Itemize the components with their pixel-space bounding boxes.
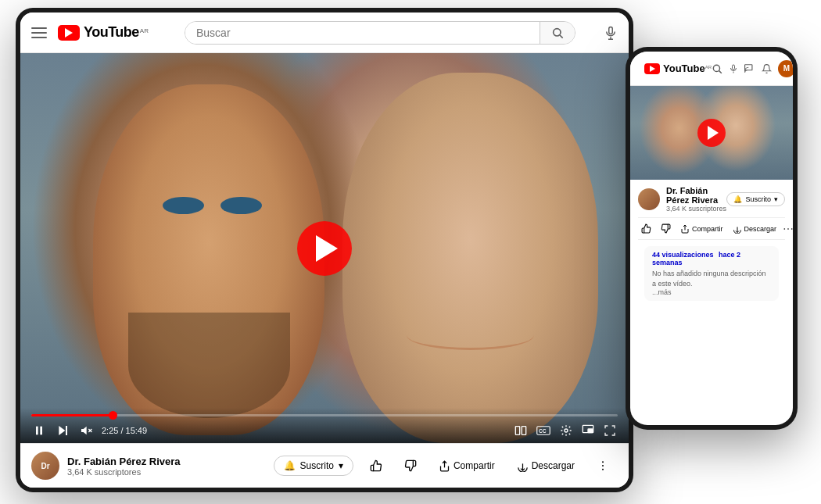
channel-bar: Dr Dr. Fabián Pérez Rivera 3,64 K suscri… — [20, 443, 629, 488]
mobile-download-button[interactable]: Descargar — [730, 222, 780, 236]
svg-point-24 — [713, 65, 719, 71]
svg-rect-6 — [40, 427, 42, 435]
mobile-chevron-icon: ▾ — [774, 195, 778, 203]
channel-avatar: Dr — [31, 452, 59, 480]
svg-rect-26 — [733, 65, 735, 70]
svg-point-23 — [602, 469, 604, 470]
youtube-logo-icon — [58, 25, 80, 41]
mobile-download-label: Descargar — [744, 225, 777, 233]
video-player[interactable]: 2:25 / 15:49 — [20, 53, 629, 443]
svg-point-16 — [565, 429, 568, 432]
share-label: Compartir — [454, 460, 495, 471]
mobile-like-button[interactable] — [638, 221, 654, 236]
mobile-play-icon — [708, 126, 719, 140]
svg-line-25 — [719, 70, 722, 73]
mobile-mic-button[interactable] — [729, 63, 738, 74]
search-button[interactable] — [540, 22, 575, 44]
search-bar — [185, 21, 575, 45]
controls-right: CC — [513, 423, 618, 438]
mobile-description: 44 visualizaciones hace 2 semanas No has… — [644, 246, 779, 301]
progress-bar[interactable] — [31, 414, 618, 416]
mobile-share-button[interactable]: Compartir — [677, 222, 726, 236]
mobile-views-text: 44 visualizaciones — [652, 251, 714, 259]
mobile-header: YouTube AR — [630, 52, 793, 86]
face-left — [93, 84, 324, 435]
mobile-bell-icon: 🔔 — [733, 195, 742, 203]
mobile-subscribe-button[interactable]: 🔔 Suscrito ▾ — [726, 192, 785, 206]
svg-marker-9 — [81, 427, 87, 435]
time-display: 2:25 / 15:49 — [102, 426, 147, 435]
mobile-share-label: Compartir — [692, 225, 723, 233]
youtube-logo: YouTube AR — [58, 24, 149, 41]
mute-button[interactable] — [78, 423, 94, 438]
mobile-channel-top: Dr. Fabián Pérez Rivera 3,64 K suscripto… — [638, 186, 785, 213]
face-right-skin — [342, 73, 598, 443]
share-button[interactable]: Compartir — [430, 456, 504, 477]
settings-button[interactable] — [558, 423, 574, 438]
svg-line-1 — [560, 35, 563, 38]
beard — [128, 313, 290, 418]
svg-rect-8 — [66, 426, 67, 435]
captions-button[interactable]: CC — [535, 424, 552, 437]
mobile-more-button[interactable]: ⋯ — [783, 223, 793, 235]
mobile-channel-info: Dr. Fabián Pérez Rivera 3,64 K suscripto… — [666, 186, 726, 213]
mobile-notifications-button[interactable] — [762, 63, 772, 74]
download-label: Descargar — [532, 460, 575, 471]
mobile-channel-subs: 3,64 K suscriptores — [666, 205, 726, 213]
svg-point-22 — [602, 465, 604, 466]
mobile-search-button[interactable] — [712, 63, 722, 74]
mobile-youtube-logo: YouTube AR — [644, 63, 712, 74]
face-right — [342, 73, 598, 443]
mobile-action-buttons: Compartir Descargar ⋯ — [638, 217, 785, 240]
mobile-play-button[interactable] — [697, 119, 726, 147]
youtube-logo-text: YouTube — [84, 24, 139, 41]
like-button[interactable] — [361, 455, 391, 477]
download-button[interactable]: Descargar — [508, 456, 583, 477]
mobile-user-avatar[interactable]: M — [778, 60, 793, 77]
more-options-button[interactable] — [588, 455, 618, 477]
search-icon — [551, 27, 564, 39]
ar-badge: AR — [140, 27, 149, 34]
svg-point-0 — [554, 28, 561, 35]
mic-button[interactable] — [604, 26, 618, 40]
channel-info: Dr. Fabián Pérez Rivera 3,64 K suscripto… — [67, 456, 266, 477]
mobile-views: 44 visualizaciones hace 2 semanas — [652, 251, 771, 266]
video-thumbnail — [20, 53, 629, 443]
svg-rect-12 — [515, 427, 519, 435]
mobile-logo-icon — [644, 63, 660, 74]
mobile-channel-bar: Dr. Fabián Pérez Rivera 3,64 K suscripto… — [630, 180, 793, 307]
svg-rect-5 — [36, 427, 38, 435]
action-buttons: Compartir Descargar — [361, 455, 618, 477]
mobile-channel-avatar — [638, 188, 660, 210]
miniplayer-button[interactable] — [580, 423, 596, 438]
channel-name: Dr. Fabián Pérez Rivera — [67, 456, 266, 467]
play-button[interactable] — [297, 221, 352, 276]
fullscreen-button[interactable] — [602, 423, 618, 438]
chapters-button[interactable] — [513, 423, 529, 438]
bell-icon: 🔔 — [284, 460, 296, 471]
avatar-initial: M — [783, 64, 790, 73]
search-input[interactable] — [185, 22, 540, 44]
mobile-ar-badge: AR — [705, 65, 712, 70]
scene: YouTube AR — [0, 0, 821, 504]
mobile-logo-text: YouTube — [663, 63, 705, 74]
eye-left-2 — [220, 197, 262, 214]
next-button[interactable] — [55, 423, 70, 438]
mobile-screen: YouTube AR — [630, 52, 793, 425]
chevron-down-icon: ▾ — [339, 460, 343, 471]
mobile-more-label[interactable]: ...más — [652, 288, 771, 296]
mobile-device: YouTube AR — [626, 47, 798, 430]
play-icon — [316, 235, 338, 262]
svg-rect-13 — [522, 427, 525, 435]
pause-button[interactable] — [31, 423, 47, 438]
mobile-cast-button[interactable] — [744, 64, 755, 73]
mobile-dislike-button[interactable] — [658, 221, 674, 236]
progress-dot — [109, 411, 117, 420]
subscribe-label: Suscrito — [300, 460, 334, 471]
mobile-subscribe-label: Suscrito — [745, 195, 771, 203]
tablet-header: YouTube AR — [20, 13, 629, 53]
hamburger-menu-icon[interactable] — [31, 27, 47, 38]
mobile-video-player[interactable] — [630, 86, 793, 180]
subscribe-button[interactable]: 🔔 Suscrito ▾ — [274, 456, 353, 476]
dislike-button[interactable] — [396, 455, 425, 477]
